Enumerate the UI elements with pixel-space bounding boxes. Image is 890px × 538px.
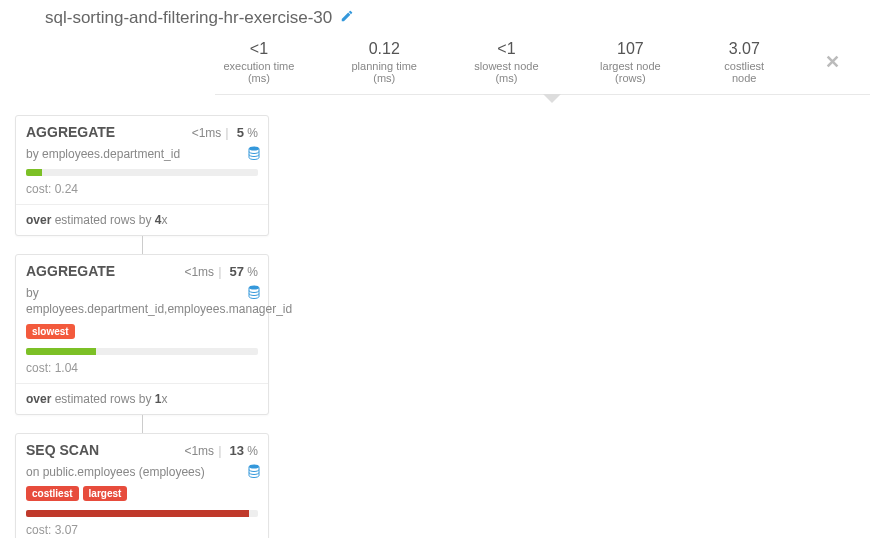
database-icon[interactable] — [248, 464, 260, 482]
metric-execution-time: <1 execution time (ms) — [215, 40, 303, 84]
pencil-icon[interactable] — [340, 8, 354, 28]
node-percent: 13 % — [230, 443, 258, 458]
tag-largest: largest — [83, 486, 128, 501]
node-type: AGGREGATE — [26, 124, 192, 140]
node-time: <1ms — [192, 126, 222, 140]
metric-slowest-node: <1 slowest node (ms) — [466, 40, 548, 84]
plan-node[interactable]: AGGREGATE <1ms | 57 % by employees.depar… — [15, 254, 269, 414]
tag-slowest: slowest — [26, 324, 75, 339]
node-estimate: over estimated rows by 4x — [16, 205, 268, 235]
node-detail: by employees.department_id — [16, 140, 268, 166]
node-detail: by employees.department_id,employees.man… — [16, 279, 268, 321]
node-progress-bar — [26, 348, 258, 355]
svg-point-0 — [249, 147, 259, 151]
page-title: sql-sorting-and-filtering-hr-exercise-30 — [45, 8, 890, 28]
database-icon[interactable] — [248, 146, 260, 164]
node-cost: cost: 3.07 — [16, 523, 268, 538]
plan-node[interactable]: SEQ SCAN <1ms | 13 % on public.employees… — [15, 433, 269, 538]
node-progress-bar — [26, 510, 258, 517]
node-time: <1ms — [184, 444, 214, 458]
node-percent: 5 % — [237, 125, 258, 140]
node-detail: on public.employees (employees) — [16, 458, 268, 484]
node-estimate: over estimated rows by 1x — [16, 384, 268, 414]
node-percent: 57 % — [230, 264, 258, 279]
metric-costliest-node: 3.07 costliest node — [713, 40, 775, 84]
metric-largest-node: 107 largest node (rows) — [587, 40, 673, 84]
plan-name: sql-sorting-and-filtering-hr-exercise-30 — [45, 8, 332, 28]
node-tags: costliestlargest — [16, 484, 268, 507]
metric-planning-time: 0.12 planning time (ms) — [343, 40, 426, 84]
node-progress-bar — [26, 169, 258, 176]
node-time: <1ms — [184, 265, 214, 279]
svg-point-2 — [249, 464, 259, 468]
node-type: SEQ SCAN — [26, 442, 184, 458]
node-type: AGGREGATE — [26, 263, 184, 279]
node-cost: cost: 0.24 — [16, 182, 268, 204]
svg-point-1 — [249, 286, 259, 290]
node-tags: slowest — [16, 322, 268, 345]
plan-tree: AGGREGATE <1ms | 5 % by employees.depart… — [0, 95, 890, 538]
metrics-bar: <1 execution time (ms) 0.12 planning tim… — [215, 28, 870, 95]
node-cost: cost: 1.04 — [16, 361, 268, 383]
plan-node[interactable]: AGGREGATE <1ms | 5 % by employees.depart… — [15, 115, 269, 236]
tag-costliest: costliest — [26, 486, 79, 501]
database-icon[interactable] — [248, 285, 260, 303]
close-icon[interactable]: ✕ — [825, 51, 840, 73]
